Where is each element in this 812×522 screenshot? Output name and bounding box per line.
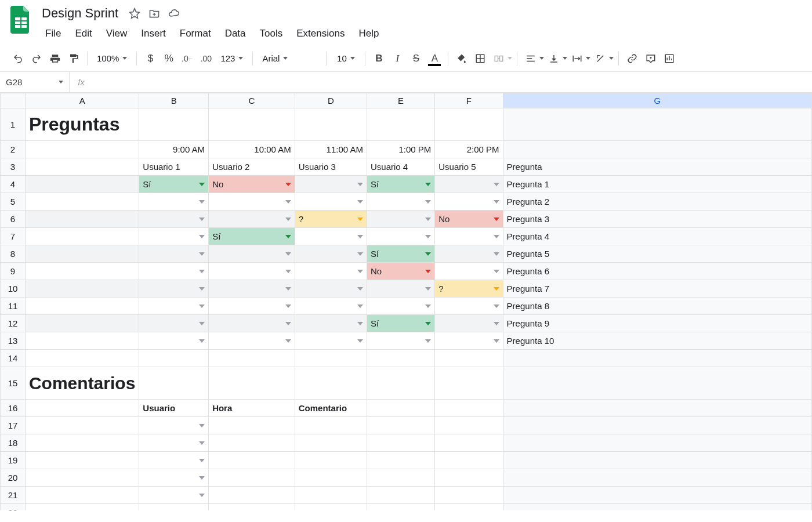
menu-extensions[interactable]: Extensions bbox=[291, 24, 350, 43]
cell-F21[interactable] bbox=[435, 487, 503, 504]
cell-A17[interactable] bbox=[25, 417, 139, 434]
cell-C5[interactable] bbox=[209, 193, 295, 211]
cell-D10[interactable] bbox=[295, 280, 367, 298]
cell-C14[interactable] bbox=[209, 350, 295, 367]
cell-B20[interactable] bbox=[139, 469, 209, 487]
cell-E22[interactable] bbox=[367, 504, 434, 511]
cell-G20[interactable] bbox=[503, 469, 811, 487]
dropdown-icon[interactable] bbox=[494, 235, 499, 238]
dropdown-icon[interactable] bbox=[425, 252, 431, 256]
dropdown-icon[interactable] bbox=[357, 252, 363, 256]
row-head-13[interactable]: 13 bbox=[1, 332, 26, 350]
cell-B11[interactable] bbox=[139, 298, 209, 315]
dropdown-icon[interactable] bbox=[357, 287, 363, 291]
cell-E1[interactable] bbox=[367, 108, 434, 141]
cell-F22[interactable] bbox=[435, 504, 503, 511]
cell-A12[interactable] bbox=[25, 315, 139, 332]
row-head-4[interactable]: 4 bbox=[1, 176, 26, 193]
cell-E7[interactable] bbox=[367, 228, 434, 245]
cell-F10[interactable]: ? bbox=[435, 280, 503, 298]
row-head-20[interactable]: 20 bbox=[1, 469, 26, 487]
dropdown-icon[interactable] bbox=[199, 304, 205, 308]
dropdown-icon[interactable] bbox=[494, 270, 499, 273]
col-head-c[interactable]: C bbox=[209, 93, 295, 108]
dropdown-icon[interactable] bbox=[199, 494, 205, 497]
cell-D12[interactable] bbox=[295, 315, 367, 332]
cell-B14[interactable] bbox=[139, 350, 209, 367]
cell-E21[interactable] bbox=[367, 487, 434, 504]
col-head-d[interactable]: D bbox=[295, 93, 367, 108]
cell-D13[interactable] bbox=[295, 332, 367, 350]
dropdown-icon[interactable] bbox=[357, 304, 363, 308]
cell-F17[interactable] bbox=[435, 417, 503, 434]
cell-F6[interactable]: No bbox=[435, 211, 503, 228]
cell-E12[interactable]: Sí bbox=[367, 315, 434, 332]
row-head-19[interactable]: 19 bbox=[1, 452, 26, 469]
cell-G16[interactable] bbox=[503, 400, 811, 417]
cell-A2[interactable] bbox=[25, 141, 139, 158]
h-align-icon[interactable] bbox=[522, 50, 539, 67]
cell-F8[interactable] bbox=[435, 245, 503, 263]
dropdown-icon[interactable] bbox=[285, 200, 291, 204]
cell-E13[interactable] bbox=[367, 332, 434, 350]
cell-G4[interactable]: Pregunta 1 bbox=[503, 176, 811, 193]
v-align-icon[interactable] bbox=[545, 50, 563, 67]
dropdown-icon[interactable] bbox=[199, 476, 205, 480]
menu-data[interactable]: Data bbox=[219, 24, 252, 43]
dropdown-icon[interactable] bbox=[285, 339, 291, 343]
cell-C15[interactable] bbox=[209, 367, 295, 400]
cell-B12[interactable] bbox=[139, 315, 209, 332]
row-head-2[interactable]: 2 bbox=[1, 141, 26, 158]
cell-C17[interactable] bbox=[209, 417, 295, 434]
cell-C11[interactable] bbox=[209, 298, 295, 315]
dropdown-icon[interactable] bbox=[285, 322, 291, 325]
chart-icon[interactable] bbox=[661, 50, 678, 67]
cell-E10[interactable] bbox=[367, 280, 434, 298]
row-head-18[interactable]: 18 bbox=[1, 434, 26, 452]
cell-D17[interactable] bbox=[295, 417, 367, 434]
font-size-select[interactable]: 10 bbox=[331, 51, 360, 66]
cell-G17[interactable] bbox=[503, 417, 811, 434]
dropdown-icon[interactable] bbox=[357, 183, 363, 186]
menu-view[interactable]: View bbox=[100, 24, 133, 43]
borders-icon[interactable] bbox=[472, 50, 489, 67]
cell-E6[interactable] bbox=[367, 211, 434, 228]
dropdown-icon[interactable] bbox=[425, 235, 431, 238]
dropdown-icon[interactable] bbox=[425, 322, 431, 325]
dropdown-icon[interactable] bbox=[494, 183, 499, 186]
formula-input[interactable] bbox=[93, 72, 812, 92]
move-icon[interactable] bbox=[148, 8, 160, 19]
cell-D8[interactable] bbox=[295, 245, 367, 263]
menu-file[interactable]: File bbox=[39, 24, 67, 43]
cell-C13[interactable] bbox=[209, 332, 295, 350]
star-icon[interactable] bbox=[129, 8, 140, 19]
zoom-select[interactable]: 100% bbox=[92, 51, 132, 66]
row-head-1[interactable]: 1 bbox=[1, 108, 26, 141]
cell-A8[interactable] bbox=[25, 245, 139, 263]
menu-tools[interactable]: Tools bbox=[254, 24, 289, 43]
cell-E11[interactable] bbox=[367, 298, 434, 315]
doc-title[interactable]: Design Sprint bbox=[39, 5, 121, 22]
row-head-11[interactable]: 11 bbox=[1, 298, 26, 315]
dropdown-icon[interactable] bbox=[285, 270, 291, 273]
cell-F4[interactable] bbox=[435, 176, 503, 193]
cell-A22[interactable] bbox=[25, 504, 139, 511]
cell-C20[interactable] bbox=[209, 469, 295, 487]
cell-B1[interactable] bbox=[139, 108, 209, 141]
cell-D2[interactable]: 11:00 AM bbox=[295, 141, 367, 158]
cell-A20[interactable] bbox=[25, 469, 139, 487]
cell-B2[interactable]: 9:00 AM bbox=[139, 141, 209, 158]
cell-A14[interactable] bbox=[25, 350, 139, 367]
cell-B3[interactable]: Usuario 1 bbox=[139, 158, 209, 176]
number-format-select[interactable]: 123 bbox=[216, 51, 248, 66]
cell-G8[interactable]: Pregunta 5 bbox=[503, 245, 811, 263]
cell-F13[interactable] bbox=[435, 332, 503, 350]
cell-E17[interactable] bbox=[367, 417, 434, 434]
cell-C18[interactable] bbox=[209, 434, 295, 452]
cell-F5[interactable] bbox=[435, 193, 503, 211]
cell-G9[interactable]: Pregunta 6 bbox=[503, 263, 811, 280]
cell-G11[interactable]: Pregunta 8 bbox=[503, 298, 811, 315]
cell-G19[interactable] bbox=[503, 452, 811, 469]
percent-icon[interactable]: % bbox=[160, 50, 177, 67]
dropdown-icon[interactable] bbox=[285, 287, 291, 291]
